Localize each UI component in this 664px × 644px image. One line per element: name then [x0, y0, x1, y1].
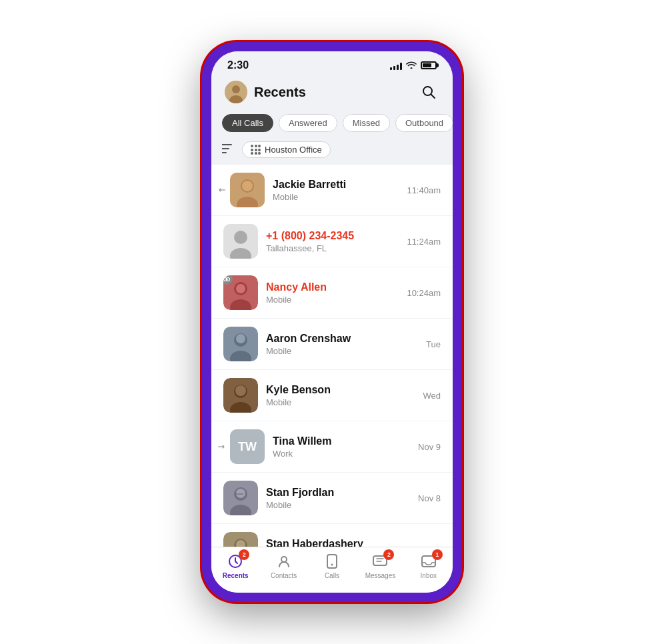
avatar-unknown — [223, 224, 258, 259]
recents-icon: 2 — [227, 553, 244, 570]
nav-calls[interactable]: Calls — [308, 553, 356, 579]
call-item-kyle[interactable]: Kyle Benson Mobile Wed — [211, 370, 453, 421]
search-button[interactable] — [418, 81, 439, 103]
filter-answered[interactable]: Answered — [279, 114, 337, 132]
call-name-kyle: Kyle Benson — [266, 384, 415, 396]
call-time-kyle: Wed — [423, 391, 441, 401]
status-bar: 2:30 — [211, 51, 453, 75]
messages-badge: 2 — [383, 549, 394, 560]
call-time-stan2: Nov 8 — [418, 545, 441, 547]
battery-icon — [421, 61, 437, 69]
call-subtitle-tina: Work — [273, 449, 410, 459]
svg-point-9 — [234, 231, 247, 244]
svg-point-36 — [331, 564, 333, 566]
call-subtitle-kyle: Mobile — [266, 397, 415, 407]
call-subtitle-jackie: Mobile — [273, 192, 399, 202]
call-info-nancy: Nancy Allen Mobile — [266, 281, 399, 305]
phone-screen: 2:30 — [211, 51, 453, 593]
nav-messages[interactable]: 2 Messages — [356, 553, 404, 579]
call-name-aaron: Aaron Crenshaw — [266, 333, 418, 345]
filter-tabs: All Calls Answered Missed Outbound — [211, 110, 453, 139]
call-name-unknown: +1 (800) 234-2345 — [266, 230, 399, 242]
status-icons — [390, 61, 437, 71]
avatar-jackie — [230, 173, 265, 207]
call-time-unknown: 11:24am — [407, 237, 441, 247]
avatar-stan2 — [223, 532, 258, 547]
calls-icon — [323, 553, 341, 570]
inbound-arrow-icon: ↗ — [215, 184, 227, 196]
avatar-aaron — [223, 327, 258, 361]
call-item-jackie[interactable]: ↗ Jackie Barretti Mobile 11:40am — [211, 165, 453, 215]
location-filter: Houston Office — [211, 139, 453, 165]
signal-icon — [390, 61, 402, 70]
bottom-nav: 2 Recents Contacts — [211, 547, 453, 593]
call-list: ↗ Jackie Barretti Mobile 11:40am — [211, 165, 453, 547]
status-time: 2:30 — [227, 59, 249, 71]
call-time-jackie: 11:40am — [407, 185, 441, 195]
call-name-stan1: Stan Fjordlan — [266, 487, 410, 499]
recents-label: Recents — [223, 572, 249, 579]
filter-outbound[interactable]: Outbound — [395, 114, 453, 132]
location-chip[interactable]: Houston Office — [242, 141, 331, 158]
svg-point-20 — [236, 334, 245, 343]
call-time-tina: Nov 9 — [418, 442, 441, 452]
call-name-nancy: Nancy Allen — [266, 281, 399, 293]
inbox-icon: 1 — [420, 553, 437, 570]
sort-icon[interactable] — [222, 143, 235, 157]
calls-label: Calls — [325, 572, 339, 579]
messages-label: Messages — [365, 572, 396, 579]
call-item-stan2[interactable]: Stan Haberdashery Mobile Nov 8 — [211, 524, 453, 547]
call-item-unknown[interactable]: +1 (800) 234-2345 Tallahassee, FL 11:24a… — [211, 216, 453, 267]
call-item-aaron[interactable]: Aaron Crenshaw Mobile Tue — [211, 319, 453, 369]
outbound-arrow-icon: ↗ — [215, 441, 227, 453]
phone-frame: 2:30 — [202, 42, 462, 602]
call-name-tina: Tina Willem — [273, 435, 410, 447]
call-time-nancy: 10:24am — [407, 288, 441, 298]
nav-contacts[interactable]: Contacts — [259, 553, 307, 579]
svg-point-24 — [235, 385, 246, 396]
svg-point-34 — [281, 557, 287, 562]
call-info-tina: Tina Willem Work — [273, 435, 410, 459]
call-name-jackie: Jackie Barretti — [273, 179, 399, 191]
page-title: Recents — [254, 85, 306, 100]
nav-recents[interactable]: 2 Recents — [211, 553, 259, 579]
app-header: Recents — [211, 75, 453, 110]
wifi-icon — [406, 61, 417, 71]
call-info-stan2: Stan Haberdashery Mobile — [266, 538, 410, 547]
call-subtitle-unknown: Tallahassee, FL — [266, 243, 399, 253]
messages-icon: 2 — [371, 553, 389, 570]
svg-rect-35 — [327, 555, 337, 568]
inbox-badge: 1 — [432, 549, 443, 560]
call-time-stan1: Nov 8 — [418, 493, 441, 503]
call-time-aaron: Tue — [426, 339, 441, 349]
svg-point-7 — [242, 181, 253, 191]
call-item-stan1[interactable]: Stan Fjordlan Mobile Nov 8 — [211, 473, 453, 523]
call-info-kyle: Kyle Benson Mobile — [266, 384, 415, 407]
call-subtitle-aaron: Mobile — [266, 346, 418, 356]
call-info-stan1: Stan Fjordlan Mobile — [266, 487, 410, 510]
avatar-kyle — [223, 378, 258, 413]
filter-all-calls[interactable]: All Calls — [222, 114, 273, 132]
filter-missed[interactable]: Missed — [343, 114, 390, 132]
call-name-stan2: Stan Haberdashery — [266, 538, 410, 547]
call-subtitle-nancy: Mobile — [266, 295, 399, 305]
call-item-tina[interactable]: ↗ TW Tina Willem Work Nov 9 — [211, 421, 453, 472]
avatar-stan1 — [223, 481, 258, 515]
call-info-aaron: Aaron Crenshaw Mobile — [266, 333, 418, 356]
recents-badge: 2 — [239, 549, 249, 560]
contacts-label: Contacts — [271, 572, 297, 579]
nav-inbox[interactable]: 1 Inbox — [405, 553, 453, 579]
call-subtitle-stan1: Mobile — [266, 500, 410, 510]
grid-icon — [251, 145, 261, 155]
user-avatar[interactable] — [225, 81, 247, 103]
svg-point-14 — [236, 284, 245, 293]
call-item-nancy[interactable]: Nancy Allen Mobile 10:24am — [211, 267, 453, 318]
call-info-jackie: Jackie Barretti Mobile — [273, 179, 399, 202]
call-info-unknown: +1 (800) 234-2345 Tallahassee, FL — [266, 230, 399, 253]
avatar-nancy — [223, 275, 258, 310]
contacts-icon — [275, 553, 293, 570]
svg-point-1 — [232, 85, 240, 93]
location-label: Houston Office — [265, 145, 322, 155]
avatar-tina: TW — [230, 429, 265, 464]
svg-point-28 — [236, 489, 245, 498]
